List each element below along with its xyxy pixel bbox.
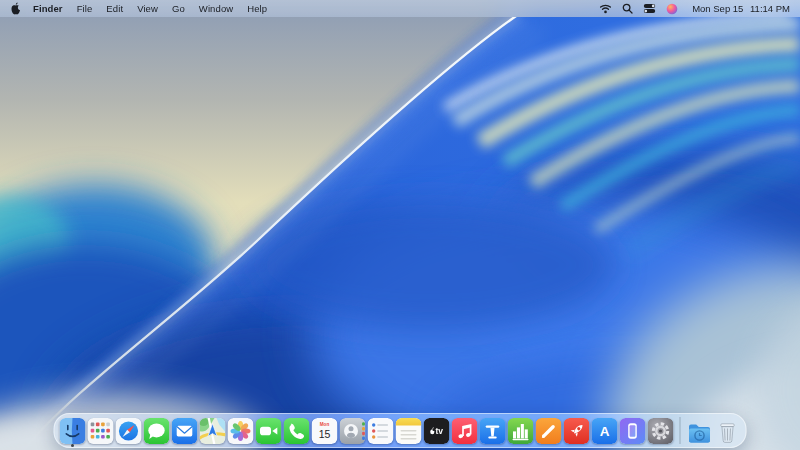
menu-item-view[interactable]: View bbox=[130, 3, 165, 14]
menu-item-edit[interactable]: Edit bbox=[99, 3, 130, 14]
search-icon[interactable] bbox=[622, 3, 633, 14]
dock-icon-mail[interactable] bbox=[172, 418, 198, 444]
dock-icon-finder[interactable] bbox=[60, 418, 86, 444]
dock-icon-keynote[interactable] bbox=[480, 418, 506, 444]
dock-icon-photos[interactable] bbox=[228, 418, 254, 444]
menu-item-window[interactable]: Window bbox=[192, 3, 240, 14]
clock-time: 11:14 PM bbox=[750, 3, 790, 14]
dock-icon-facetime[interactable] bbox=[256, 418, 282, 444]
dock-icon-app-store[interactable]: A bbox=[592, 418, 618, 444]
dock-icon-pages[interactable] bbox=[536, 418, 562, 444]
dock-icon-iphone-mirroring[interactable] bbox=[620, 418, 646, 444]
wifi-icon[interactable] bbox=[599, 3, 612, 14]
dock-icon-notes[interactable] bbox=[396, 418, 422, 444]
calendar-day: 15 bbox=[319, 427, 331, 439]
running-indicator bbox=[71, 444, 74, 447]
dock-icon-messages[interactable] bbox=[144, 418, 170, 444]
calendar-weekday: Mon bbox=[320, 422, 330, 427]
dock-icon-tv[interactable]: tv bbox=[424, 418, 450, 444]
siri-icon[interactable] bbox=[666, 3, 678, 15]
dock-icon-games[interactable] bbox=[564, 418, 590, 444]
dock: Mon 15 bbox=[54, 413, 747, 448]
dock-icon-phone[interactable] bbox=[284, 418, 310, 444]
dock-icon-calendar[interactable]: Mon 15 bbox=[312, 418, 338, 444]
dock-icon-trash[interactable] bbox=[715, 418, 741, 444]
dock-icon-music[interactable] bbox=[452, 418, 478, 444]
menu-bar: Finder File Edit View Go Window Help bbox=[0, 0, 800, 17]
menu-item-go[interactable]: Go bbox=[165, 3, 192, 14]
dock-icon-maps[interactable] bbox=[200, 418, 226, 444]
clock-date: Mon Sep 15 bbox=[692, 3, 743, 14]
dock-divider bbox=[680, 417, 681, 444]
menu-item-finder[interactable]: Finder bbox=[24, 3, 70, 14]
dock-icon-contacts[interactable] bbox=[340, 418, 366, 444]
dock-icon-system-settings[interactable] bbox=[648, 418, 674, 444]
menu-bar-clock[interactable]: Mon Sep 15 11:14 PM bbox=[688, 3, 790, 14]
dock-icon-launchpad[interactable] bbox=[88, 418, 114, 444]
dock-icon-safari[interactable] bbox=[116, 418, 142, 444]
dock-icon-numbers[interactable] bbox=[508, 418, 534, 444]
apple-menu[interactable] bbox=[10, 2, 24, 16]
app-store-letter: A bbox=[600, 424, 610, 439]
desktop-wallpaper bbox=[0, 0, 800, 450]
tv-label: tv bbox=[436, 426, 444, 436]
menu-item-file[interactable]: File bbox=[70, 3, 100, 14]
dock-icon-reminders[interactable] bbox=[368, 418, 394, 444]
control-center-icon[interactable] bbox=[643, 3, 656, 14]
desktop: Finder File Edit View Go Window Help bbox=[0, 0, 800, 450]
dock-icon-downloads-folder[interactable] bbox=[687, 418, 713, 444]
menu-item-help[interactable]: Help bbox=[240, 3, 274, 14]
apple-logo-icon bbox=[10, 2, 22, 16]
